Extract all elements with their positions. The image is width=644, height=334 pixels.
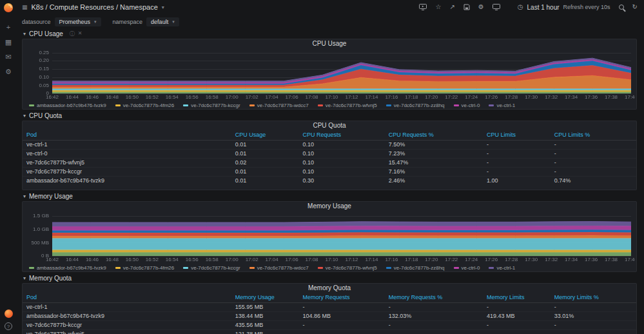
envelope-icon[interactable]: ✉ <box>3 52 14 62</box>
panel-title[interactable]: CPU Usage <box>23 39 636 48</box>
plus-icon[interactable]: + <box>3 22 14 32</box>
time-range-label[interactable]: Last 1 hour <box>527 4 560 11</box>
chevron-down-icon[interactable]: ▾ <box>162 5 164 10</box>
legend-series-name: ve-7dc6c7877b-wfvnj5 <box>326 103 377 108</box>
legend-item[interactable]: ve-7dc6c7877b-4fm26 <box>115 103 175 108</box>
legend-item[interactable]: ve-ctrl-1 <box>489 265 515 271</box>
pod-link[interactable]: ve-7dc6c7877b-kccgr <box>23 321 231 330</box>
variable-datasource: datasource Prometheus ▾ <box>22 17 101 26</box>
user-avatar[interactable] <box>5 309 13 318</box>
pod-link[interactable]: ve-7dc6c7877b-wfvnj5 <box>23 159 231 168</box>
column-header[interactable]: Memory Requests <box>298 293 384 303</box>
gear-icon[interactable]: ⚙ <box>3 66 14 77</box>
legend-item[interactable]: ve-7dc6c7877b-wdcc7 <box>249 265 309 271</box>
row-collapse-icon[interactable]: ▾ <box>23 193 26 199</box>
pod-link[interactable]: ve-ctrl-1 <box>23 303 231 312</box>
legend-series-name: ve-ctrl-0 <box>462 265 480 271</box>
row-header-cpu-usage[interactable]: ▾ CPU Usage ⓘ ✕ <box>22 29 637 39</box>
save-icon[interactable] <box>463 4 470 10</box>
legend-item[interactable]: ve-7dc6c7877b-kccgr <box>183 103 240 108</box>
legend-item[interactable]: ve-7dc6c7877b-wfvnj5 <box>318 103 377 108</box>
legend-item[interactable]: ve-7dc6c7877b-4fm26 <box>115 265 175 271</box>
dashboard-submenu: datasource Prometheus ▾ namespace defaul… <box>17 14 644 29</box>
help-icon[interactable]: ? <box>5 322 12 330</box>
legend-item[interactable]: ambassador-b67c9b476-tvzk9 <box>29 103 106 108</box>
column-header[interactable]: Memory Requests % <box>385 293 483 303</box>
column-header[interactable]: CPU Requests <box>298 130 384 141</box>
table-cell: 7.16% <box>385 168 483 177</box>
legend-color-icon <box>29 104 34 106</box>
refresh-icon[interactable]: ↻ <box>632 4 638 10</box>
row-collapse-icon[interactable]: ▾ <box>23 275 26 281</box>
table-row: ve-ctrl-10.010.107.50%-- <box>23 141 636 150</box>
panel-title[interactable]: Memory Usage <box>23 202 636 211</box>
legend-item[interactable]: ve-7dc6c7877b-kccgr <box>183 265 240 271</box>
row-header-cpu-quota[interactable]: ▾ CPU Quota <box>22 111 637 121</box>
column-header[interactable]: Pod <box>23 293 231 303</box>
table-cell: 0.74% <box>551 177 636 186</box>
grafana-logo[interactable] <box>3 3 14 13</box>
dashboards-icon[interactable]: ▦ <box>3 37 14 47</box>
panel-cpu-quota: CPU Quota PodCPU UsageCPU RequestsCPU Re… <box>22 121 637 190</box>
gear-icon[interactable]: ⚙ <box>478 4 484 10</box>
legend-item[interactable]: ve-7dc6c7877b-zz8hq <box>386 265 445 271</box>
table-cell: - <box>483 168 551 177</box>
pod-link[interactable]: ve-7dc6c7877b-kccgr <box>23 168 231 177</box>
legend-color-icon <box>489 104 494 106</box>
pod-link[interactable]: ve-ctrl-1 <box>23 141 231 150</box>
row-header-memory-quota[interactable]: ▾ Memory Quota <box>22 273 637 283</box>
column-header[interactable]: Memory Usage <box>231 293 299 303</box>
table-cell: - <box>483 159 551 168</box>
column-header[interactable]: CPU Usage <box>231 130 299 141</box>
table-header-row: PodMemory UsageMemory RequestsMemory Req… <box>23 293 636 303</box>
legend-item[interactable]: ambassador-b67c9b476-tvzk9 <box>29 265 106 271</box>
star-icon[interactable]: ☆ <box>435 4 441 10</box>
panel-title[interactable]: CPU Quota <box>23 121 636 130</box>
column-header[interactable]: Memory Limits % <box>551 293 636 303</box>
column-header[interactable]: Pod <box>23 130 231 141</box>
zoom-out-icon[interactable] <box>619 5 624 10</box>
cpu-quota-table: PodCPU UsageCPU RequestsCPU Requests %CP… <box>23 130 636 185</box>
column-header[interactable]: CPU Limits % <box>551 130 636 141</box>
panel-title[interactable]: Memory Quota <box>23 284 636 293</box>
row-collapse-icon[interactable]: ▾ <box>23 113 26 119</box>
legend-item[interactable]: ve-7dc6c7877b-wdcc7 <box>249 103 309 108</box>
memory-usage-chart[interactable] <box>24 211 635 264</box>
pod-link[interactable]: ambassador-b67c9b476-tvzk9 <box>23 177 231 186</box>
share-icon[interactable]: ↗ <box>449 4 454 10</box>
legend-item[interactable]: ve-7dc6c7877b-zz8hq <box>386 103 445 108</box>
legend-series-name: ve-7dc6c7877b-wdcc7 <box>257 103 309 108</box>
legend-item[interactable]: ve-ctrl-0 <box>454 103 480 108</box>
datasource-select[interactable]: Prometheus ▾ <box>55 17 101 26</box>
row-close-icon[interactable]: ✕ <box>78 30 83 37</box>
column-header[interactable]: Memory Limits <box>483 293 551 303</box>
refresh-interval-label[interactable]: Refresh every 10s <box>563 4 610 10</box>
dashboard-title[interactable]: K8s / Compute Resources / Namespace <box>32 3 158 11</box>
legend-color-icon <box>386 104 391 106</box>
legend-item[interactable]: ve-ctrl-0 <box>454 265 480 271</box>
tv-mode-icon[interactable] <box>419 4 427 10</box>
row-info-icon[interactable]: ⓘ <box>70 30 75 37</box>
legend-item[interactable]: ve-7dc6c7877b-wfvnj5 <box>318 265 377 271</box>
table-header-row: PodCPU UsageCPU RequestsCPU Requests %CP… <box>23 130 636 141</box>
pod-link[interactable]: ambassador-b67c9b476-tvzk9 <box>23 312 231 321</box>
pod-link[interactable]: ve-7dc6c7877b-wfvnj5 <box>23 330 231 334</box>
cpu-usage-chart[interactable] <box>24 48 635 101</box>
row-header-memory-usage[interactable]: ▾ Memory Usage <box>22 192 637 201</box>
legend-color-icon <box>183 267 188 269</box>
table-cell: - <box>298 303 384 312</box>
clock-icon: ◷ <box>518 4 523 10</box>
row-collapse-icon[interactable]: ▾ <box>23 31 26 37</box>
legend-item[interactable]: ve-ctrl-1 <box>489 103 515 108</box>
time-picker[interactable]: ◷ Last 1 hour Refresh every 10s <box>518 4 610 11</box>
namespace-select[interactable]: default ▾ <box>146 17 179 26</box>
pod-link[interactable]: ve-ctrl-0 <box>23 150 231 159</box>
table-cell: 0.01 <box>231 168 299 177</box>
table-cell: - <box>483 330 551 334</box>
datasource-value: Prometheus <box>59 19 91 25</box>
column-header[interactable]: CPU Requests % <box>385 130 483 141</box>
namespace-value: default <box>151 19 168 25</box>
legend-color-icon <box>318 104 323 106</box>
column-header[interactable]: CPU Limits <box>483 130 551 141</box>
monitor-icon[interactable] <box>493 4 500 10</box>
